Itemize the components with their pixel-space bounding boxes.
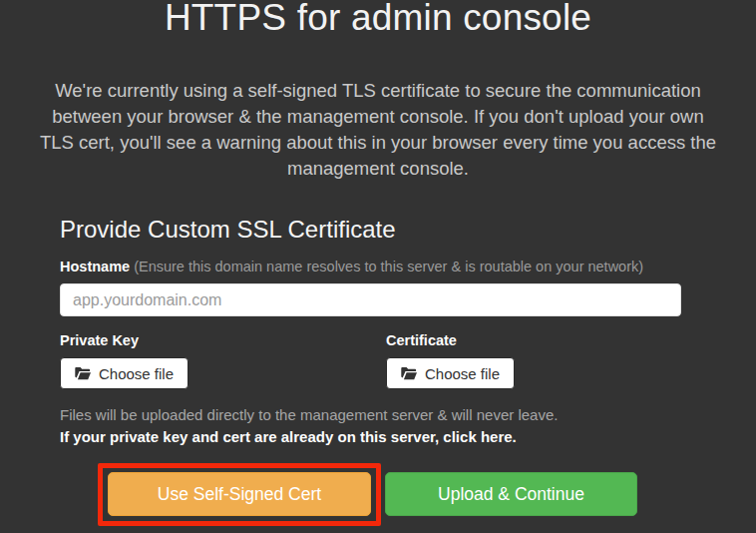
custom-ssl-form: Provide Custom SSL Certificate Hostname … xyxy=(60,215,681,526)
folder-open-icon xyxy=(75,367,91,380)
certificate-field: Certificate Choose file xyxy=(386,331,515,389)
click-here-link[interactable]: click here. xyxy=(443,428,516,445)
highlight-annotation-rectangle: Use Self-Signed Cert xyxy=(98,463,381,526)
private-key-label: Private Key xyxy=(60,331,386,350)
hostname-label-row: Hostname (Ensure this domain name resolv… xyxy=(60,258,681,276)
page-title: HTTPS for admin console xyxy=(0,0,756,40)
certificate-choose-file-label: Choose file xyxy=(425,365,500,382)
certificate-label: Certificate xyxy=(386,331,515,350)
intro-text: We're currently using a self-signed TLS … xyxy=(3,78,753,182)
existing-cert-note-text: If your private key and cert are already… xyxy=(60,428,443,445)
private-key-field: Private Key Choose file xyxy=(60,331,386,389)
hostname-hint: (Ensure this domain name resolves to thi… xyxy=(134,259,643,274)
use-self-signed-cert-button[interactable]: Use Self-Signed Cert xyxy=(108,472,371,516)
certificate-choose-file-button[interactable]: Choose file xyxy=(386,357,515,389)
private-key-choose-file-button[interactable]: Choose file xyxy=(60,357,189,389)
action-buttons-row: Use Self-Signed Cert Upload & Continue xyxy=(98,463,681,526)
upload-note: Files will be uploaded directly to the m… xyxy=(60,405,681,425)
existing-cert-note: If your private key and cert are already… xyxy=(60,427,681,447)
https-setup-page: HTTPS for admin console We're currently … xyxy=(0,0,756,529)
form-heading: Provide Custom SSL Certificate xyxy=(60,215,681,245)
file-upload-row: Private Key Choose file Certificate xyxy=(60,331,681,389)
folder-open-icon xyxy=(401,367,417,380)
upload-continue-button[interactable]: Upload & Continue xyxy=(385,472,637,516)
private-key-choose-file-label: Choose file xyxy=(99,365,174,382)
hostname-input[interactable] xyxy=(60,283,681,316)
hostname-label: Hostname xyxy=(60,259,130,274)
